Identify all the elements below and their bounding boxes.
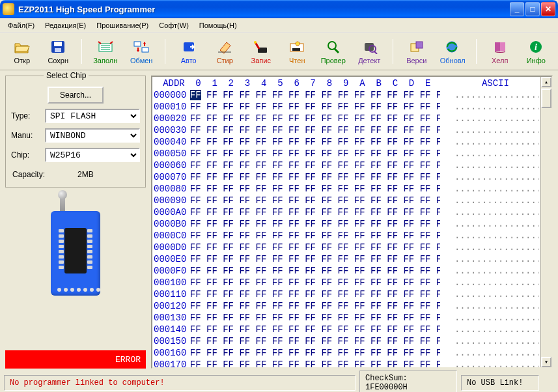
globe-refresh-icon	[443, 38, 462, 55]
detect-label: Детект	[358, 57, 380, 64]
menu-file[interactable]: Файл(F)	[3, 20, 40, 31]
svg-rect-16	[416, 42, 423, 48]
vertical-scrollbar[interactable]: ▴ ▾	[540, 77, 551, 367]
svg-rect-1	[54, 42, 62, 46]
write-label: Запис	[251, 57, 271, 64]
info-button[interactable]: i Инфо	[521, 37, 552, 66]
erase-label: Стир	[217, 57, 233, 64]
maximize-button[interactable]: □	[525, 2, 540, 16]
title-bar: EZP2011 High Speed Programmer _ □ ✕	[0, 0, 558, 18]
menu-edit[interactable]: Редакция(E)	[40, 20, 91, 31]
swap-label: Обмен	[130, 57, 152, 64]
scroll-up-button[interactable]: ▴	[541, 77, 551, 87]
detect-button[interactable]: Детект	[354, 37, 385, 66]
toolbar: Откр Сохрн Заполн Обмен Авто Стир Запис …	[0, 33, 558, 70]
svg-point-8	[254, 41, 257, 44]
window-title: EZP2011 High Speed Programmer	[18, 5, 510, 14]
update-button[interactable]: Обновл	[438, 37, 469, 66]
error-indicator: ERROR	[5, 350, 146, 369]
read-button[interactable]: Чтен	[282, 37, 313, 66]
verify-button[interactable]: Провер	[318, 37, 349, 66]
status-bar: No programmer linked to computer! CheckS…	[0, 374, 558, 392]
menu-help[interactable]: Помощь(H)	[194, 20, 242, 31]
auto-button[interactable]: Авто	[173, 37, 204, 66]
toolbar-separator	[165, 39, 165, 64]
chip-label: Chip:	[11, 150, 41, 160]
save-button[interactable]: Сохрн	[43, 37, 74, 66]
manu-label: Manu:	[11, 131, 41, 140]
svg-rect-2	[55, 48, 61, 52]
svg-rect-5	[142, 48, 148, 52]
minimize-button[interactable]: _	[510, 2, 524, 16]
select-chip-group: Select Chip Search... Type: SPI FLASH Ma…	[5, 76, 146, 188]
zif-socket-image	[44, 194, 107, 298]
type-select[interactable]: SPI FLASH	[45, 109, 140, 123]
capacity-value: 2MB	[77, 170, 94, 179]
auto-icon	[179, 38, 199, 55]
svg-text:i: i	[535, 42, 537, 52]
eraser-icon	[215, 38, 234, 55]
svg-rect-4	[134, 42, 141, 46]
open-button[interactable]: Откр	[7, 37, 38, 66]
book-icon	[490, 38, 510, 55]
info-icon: i	[526, 38, 546, 55]
svg-rect-10	[292, 48, 300, 51]
write-icon	[251, 38, 271, 55]
capacity-label: Capacity:	[12, 170, 45, 179]
menu-soft[interactable]: Софт(W)	[154, 20, 194, 31]
svg-point-12	[328, 42, 336, 49]
menu-prog[interactable]: Прошивание(P)	[91, 20, 154, 31]
type-label: Type:	[11, 111, 41, 120]
version-icon	[407, 38, 426, 55]
fill-button[interactable]: Заполн	[90, 37, 121, 66]
save-label: Сохрн	[48, 57, 68, 64]
fill-label: Заполн	[93, 57, 117, 64]
auto-label: Авто	[181, 57, 197, 64]
folder-open-icon	[12, 38, 32, 55]
help-label: Хелп	[492, 57, 508, 64]
ascii-column: ASCII ................ ................ …	[441, 77, 539, 367]
toolbar-separator	[393, 39, 393, 64]
version-label: Верси	[406, 57, 426, 64]
erase-button[interactable]: Стир	[210, 37, 241, 66]
swap-button[interactable]: Обмен	[126, 37, 158, 66]
svg-point-11	[296, 42, 300, 46]
read-label: Чтен	[289, 57, 305, 64]
magnifier-icon	[324, 38, 343, 55]
chip-select[interactable]: W25P16	[45, 148, 140, 162]
fill-icon	[96, 38, 115, 55]
write-button[interactable]: Запис	[245, 37, 277, 66]
swap-icon	[132, 38, 151, 55]
status-checksum: CheckSum: 1FE00000H	[359, 371, 457, 392]
search-button[interactable]: Search...	[48, 87, 104, 104]
update-label: Обновл	[440, 57, 466, 64]
open-label: Откр	[14, 57, 30, 64]
close-button[interactable]: ✕	[541, 2, 555, 16]
status-link: No USB Link!	[461, 375, 539, 391]
menu-bar: Файл(F) Редакция(E) Прошивание(P) Софт(W…	[0, 18, 558, 33]
hex-data-grid[interactable]: 0 1 2 3 4 5 6 7 8 9 A B C D E F FF FF FF…	[189, 77, 440, 367]
chip-detect-icon	[359, 38, 379, 55]
toolbar-separator	[476, 39, 477, 64]
version-button[interactable]: Верси	[401, 37, 432, 66]
info-label: Инфо	[527, 57, 546, 64]
left-panel: Select Chip Search... Type: SPI FLASH Ma…	[5, 76, 146, 369]
read-icon	[287, 38, 307, 55]
floppy-icon	[48, 38, 68, 55]
help-button[interactable]: Хелп	[484, 37, 516, 66]
group-legend: Select Chip	[44, 71, 89, 80]
app-icon	[3, 3, 14, 15]
manu-select[interactable]: WINBOND	[45, 128, 140, 143]
verify-label: Провер	[321, 57, 346, 64]
toolbar-separator	[81, 39, 82, 64]
address-column: ADDR 000000 000010 000020 000030 000040 …	[152, 77, 188, 367]
hex-view[interactable]: ADDR 000000 000010 000020 000030 000040 …	[151, 76, 553, 369]
status-message: No programmer linked to computer!	[4, 375, 356, 391]
scroll-thumb[interactable]	[541, 89, 551, 108]
scroll-down-button[interactable]: ▾	[541, 357, 551, 367]
